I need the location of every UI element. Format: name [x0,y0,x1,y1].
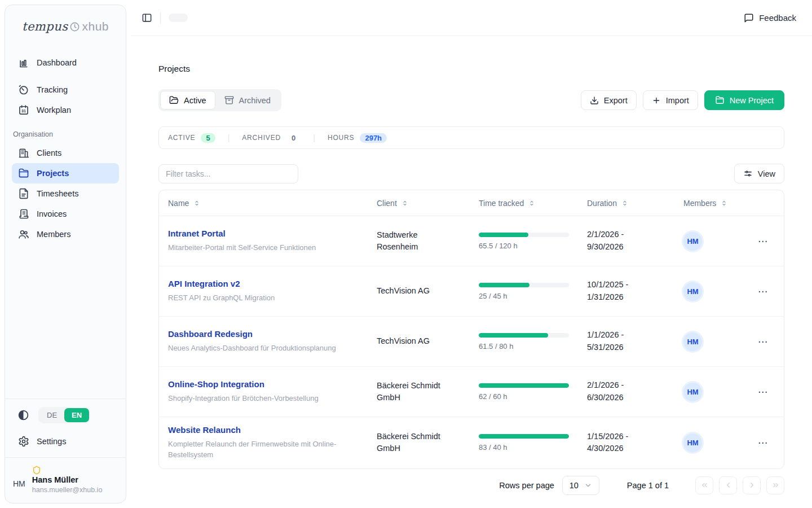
filter-tasks-input[interactable] [158,164,298,183]
sidebar-item-settings[interactable]: Settings [12,432,119,450]
member-avatar[interactable]: HM [683,232,702,251]
user-email: hans.mueller@xhub.io [32,486,103,494]
column-header-members[interactable]: Members [674,199,736,208]
export-label: Export [604,96,628,105]
client-cell: Bäckerei Schmidt GmbH [368,380,470,404]
sidebar-item-tracking[interactable]: Tracking [12,80,119,100]
sort-icon [621,200,628,207]
user-profile[interactable]: HM Hans Müller hans.mueller@xhub.io [5,457,126,503]
member-avatar[interactable]: HM [683,383,702,401]
project-description: Shopify-Integration für Brötchen-Vorbest… [168,393,368,404]
column-header-name[interactable]: Name [159,199,368,208]
sidebar-item-label: Tracking [37,85,68,94]
building-icon [18,147,29,159]
table-row[interactable]: Dashboard Redesign Neues Analytics-Dashb… [159,317,784,367]
rows-per-page-label: Rows per page [499,481,554,490]
view-label: View [758,169,775,178]
download-icon [590,96,599,105]
projects-table: Name Client Time tracked Duration Member… [158,190,784,469]
last-page-button[interactable] [766,476,784,494]
sidebar-toggle-button[interactable] [142,12,152,23]
next-page-button[interactable] [743,476,761,494]
progress-fill [479,383,569,388]
language-toggle: DE EN [38,407,90,423]
stat-hours-badge: 297h [360,133,387,143]
table-row[interactable]: Website Relaunch Kompletter Relaunch der… [159,417,784,468]
view-button[interactable]: View [734,164,784,183]
new-project-button[interactable]: New Project [704,90,784,110]
chevron-down-icon [584,481,592,489]
project-name-link[interactable]: Online-Shop Integration [168,379,264,389]
table-row[interactable]: Intranet Portal Mitarbeiter-Portal mit S… [159,216,784,266]
column-header-duration[interactable]: Duration [578,199,674,208]
column-header-client[interactable]: Client [368,199,470,208]
member-avatar[interactable]: HM [683,282,702,301]
language-option-de[interactable]: DE [39,408,64,422]
sidebar-item-timesheets[interactable]: Timesheets [12,183,119,204]
duration-cell: 2/1/2026 - 6/30/2026 [578,379,674,404]
tab-label: Archived [239,96,271,105]
project-name-link[interactable]: Dashboard Redesign [168,329,253,339]
sidebar-item-label: Projects [37,169,69,178]
rows-per-page-select[interactable]: 10 [562,476,599,495]
time-tracked-label: 65.5 / 120 h [479,242,578,250]
progress-bar [479,434,569,439]
file-text-icon [18,188,29,199]
row-actions-button[interactable]: ⋯ [754,385,771,399]
sidebar-item-workplan[interactable]: 31 Workplan [12,100,119,120]
tab-archived[interactable]: Archived [215,91,280,110]
table-row[interactable]: Online-Shop Integration Shopify-Integrat… [159,367,784,417]
sidebar-item-invoices[interactable]: Invoices [12,204,119,224]
shield-icon [32,466,103,475]
duration-cell: 2/1/2026 - 9/30/2026 [578,229,674,253]
bar-chart-icon [18,57,29,68]
topbar: Feedback [131,0,812,36]
stat-label: ARCHIVED [242,134,281,142]
member-avatar[interactable]: HM [683,433,702,452]
first-page-button[interactable] [695,476,713,494]
import-label: Import [666,96,689,105]
project-name-link[interactable]: Website Relaunch [168,425,241,435]
brand-name-tempus: tempus [22,20,68,33]
stat-separator: | [228,133,230,142]
row-actions-button[interactable]: ⋯ [754,335,771,349]
scroll-text-icon [18,208,29,220]
stat-separator: | [313,133,315,142]
sliders-icon [743,169,753,178]
topbar-divider [160,12,161,24]
import-button[interactable]: Import [643,90,698,110]
duration-cell: 10/1/2025 - 1/31/2026 [578,279,674,304]
sidebar-item-members[interactable]: Members [12,224,119,244]
tab-active[interactable]: Active [160,91,215,110]
project-name-link[interactable]: API Integration v2 [168,279,240,288]
svg-text:31: 31 [21,109,26,113]
table-row[interactable]: API Integration v2 REST API zu GraphQL M… [159,266,784,317]
folder-open-icon [169,95,179,105]
message-square-icon [744,13,754,23]
progress-bar [479,333,569,338]
member-avatar[interactable]: HM [683,332,702,351]
project-description: REST API zu GraphQL Migration [168,293,368,304]
feedback-button[interactable]: Feedback [744,13,796,23]
sidebar-item-label: Timesheets [37,189,78,198]
project-name-link[interactable]: Intranet Portal [168,229,226,238]
row-actions-button[interactable]: ⋯ [754,436,771,450]
theme-contrast-icon[interactable] [17,409,29,421]
stat-label: HOURS [328,134,355,142]
stat-active-badge: 5 [201,133,215,143]
duration-cell: 1/15/2026 - 4/30/2026 [578,431,674,456]
sidebar-item-clients[interactable]: Clients [12,143,119,163]
clock-logo-icon [69,21,80,32]
previous-page-button[interactable] [719,476,737,494]
stat-hours: HOURS 297h [328,133,387,143]
row-actions-button[interactable]: ⋯ [754,234,771,248]
export-button[interactable]: Export [581,90,637,110]
sidebar-item-label: Members [37,230,70,239]
language-option-en[interactable]: EN [64,408,89,422]
sidebar-item-dashboard[interactable]: Dashboard [12,52,119,73]
row-actions-button[interactable]: ⋯ [754,284,771,299]
column-header-time-tracked[interactable]: Time tracked [470,199,578,208]
sidebar-item-projects[interactable]: Projects [12,163,119,183]
table-header-row: Name Client Time tracked Duration Member… [159,190,784,216]
archive-icon [224,95,234,105]
